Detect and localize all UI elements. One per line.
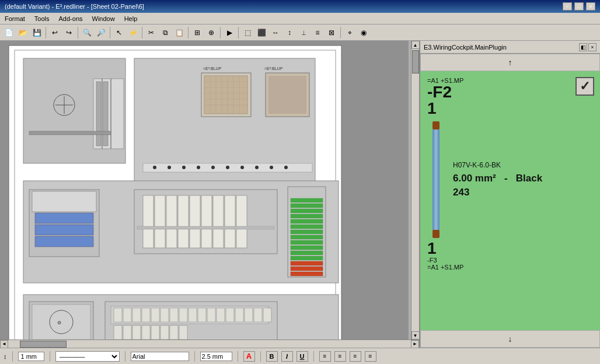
- tool-btn-6[interactable]: ≡: [311, 26, 324, 39]
- hscroll-thumb[interactable]: [20, 341, 67, 348]
- line-style-item: ———— - - - - - ·····: [55, 351, 120, 362]
- line-style-dropdown[interactable]: ———— - - - - - ·····: [55, 351, 120, 362]
- svg-rect-92: [179, 308, 187, 322]
- hscroll-right-button[interactable]: ►: [411, 340, 419, 348]
- svg-rect-58: [213, 195, 224, 248]
- cursor-indicator: ↕: [4, 353, 7, 360]
- panel-header: E3.WiringCockpit.MainPlugin ◧ ×: [420, 41, 600, 54]
- svg-point-38: [226, 166, 229, 169]
- wire-body: [432, 130, 439, 230]
- redo-button[interactable]: ↪: [62, 26, 75, 39]
- grid-button[interactable]: ⊞: [191, 26, 204, 39]
- svg-rect-94: [198, 308, 206, 322]
- wire-location-2: =A1 +S1.MP: [427, 264, 593, 271]
- tool-btn-7[interactable]: ⊠: [325, 26, 338, 39]
- font-name-input[interactable]: [131, 352, 189, 361]
- scroll-down-button[interactable]: ▼: [411, 331, 420, 340]
- select-button[interactable]: ↖: [113, 26, 125, 39]
- menu-format[interactable]: Format: [0, 14, 30, 23]
- scroll-thumb[interactable]: [412, 50, 419, 74]
- wire-ref-2: -F3: [427, 257, 593, 264]
- underline-button[interactable]: U: [296, 351, 308, 362]
- italic-button[interactable]: I: [281, 351, 293, 362]
- undo-button[interactable]: ↩: [48, 26, 61, 39]
- scroll-up-button[interactable]: ▲: [411, 41, 420, 49]
- snap-button[interactable]: ⊕: [205, 26, 218, 39]
- svg-rect-56: [190, 195, 200, 248]
- svg-rect-45: [35, 213, 93, 223]
- menu-addons[interactable]: Add-ons: [54, 14, 88, 23]
- schematic-svg: =E²:BLUP =E²:BLUP: [0, 41, 409, 340]
- svg-rect-85: [114, 308, 122, 322]
- svg-point-35: [182, 166, 186, 169]
- panel-navigate-down-button[interactable]: ↓: [420, 330, 600, 348]
- hscroll-left-button[interactable]: ◄: [0, 340, 8, 348]
- svg-rect-100: [254, 308, 262, 322]
- tool-btn-3[interactable]: ↔: [269, 26, 282, 39]
- svg-rect-88: [142, 308, 150, 322]
- menu-help[interactable]: Help: [120, 14, 142, 23]
- paste-button[interactable]: 📋: [173, 26, 186, 39]
- wire-button[interactable]: ⚡: [127, 26, 139, 39]
- svg-rect-108: [170, 326, 178, 340]
- tool-btn-4[interactable]: ↕: [283, 26, 296, 39]
- align-center-button[interactable]: ≡: [334, 351, 346, 362]
- font-size-item: [200, 352, 232, 361]
- tool-btn-2[interactable]: ⬛: [255, 26, 268, 39]
- zoom-out-button[interactable]: 🔎: [95, 26, 107, 39]
- status-sep-3: [125, 351, 125, 362]
- hscroll-track[interactable]: [8, 340, 411, 348]
- wire-entry-1: =A1 +S1.MP -F2 1: [427, 77, 593, 117]
- scroll-track[interactable]: [411, 49, 419, 331]
- svg-rect-47: [35, 236, 93, 247]
- horizontal-scrollbar[interactable]: ◄ ►: [0, 340, 419, 348]
- tool-btn-9[interactable]: ◉: [357, 26, 370, 39]
- svg-rect-89: [151, 308, 159, 322]
- svg-rect-59: [225, 195, 235, 248]
- svg-rect-74: [291, 256, 323, 260]
- scale-input[interactable]: [18, 352, 44, 361]
- save-button[interactable]: 💾: [30, 26, 43, 39]
- align-left-button[interactable]: ≡: [319, 351, 331, 362]
- align-right-button[interactable]: ≡: [350, 351, 361, 362]
- wire-bottom-cap: [432, 230, 439, 238]
- wire-spec-main: 6.00 mm² - Black: [453, 173, 542, 184]
- bold-button[interactable]: B: [266, 351, 278, 362]
- tool-btn-1[interactable]: ⬚: [241, 26, 254, 39]
- wire-top-cap: [432, 121, 439, 130]
- status-sep-1: [12, 351, 13, 362]
- new-button[interactable]: 📄: [2, 26, 15, 39]
- wire-dash: -: [504, 173, 508, 184]
- tool-btn-8[interactable]: ⌖: [343, 26, 356, 39]
- panel-navigate-up-button[interactable]: ↑: [420, 54, 600, 71]
- toolbar-sep-3: [110, 27, 110, 38]
- run-button[interactable]: ▶: [223, 26, 236, 39]
- svg-rect-54: [166, 195, 177, 248]
- svg-rect-96: [217, 308, 225, 322]
- svg-point-36: [197, 166, 200, 169]
- open-button[interactable]: 📂: [16, 26, 29, 39]
- wire-entry-2: 1 -F3 =A1 +S1.MP: [427, 240, 593, 271]
- font-size-input[interactable]: [200, 352, 232, 361]
- zoom-in-button[interactable]: 🔍: [81, 26, 93, 39]
- svg-rect-93: [189, 308, 197, 322]
- panel-pin-button[interactable]: ◧: [579, 43, 587, 51]
- restore-button[interactable]: □: [574, 2, 584, 10]
- panel-close-button[interactable]: ×: [588, 43, 596, 51]
- wire-size: 6.00 mm²: [453, 173, 496, 184]
- align-justify-button[interactable]: ≡: [365, 351, 376, 362]
- svg-rect-29: [268, 76, 306, 114]
- svg-rect-76: [291, 267, 323, 271]
- menu-window[interactable]: Window: [88, 14, 120, 23]
- minimize-button[interactable]: −: [563, 2, 572, 10]
- wire-checkbox[interactable]: ✓: [575, 77, 594, 96]
- text-color-button[interactable]: A: [243, 351, 255, 362]
- tool-btn-5[interactable]: ⟂: [297, 26, 310, 39]
- copy-button[interactable]: ⧉: [159, 26, 172, 39]
- close-button[interactable]: ×: [586, 2, 595, 10]
- drawing-area[interactable]: =E²:BLUP =E²:BLUP: [0, 41, 411, 340]
- delete-button[interactable]: ✂: [145, 26, 158, 39]
- vertical-scrollbar[interactable]: ▲ ▼: [411, 41, 419, 340]
- svg-text:⚙: ⚙: [57, 320, 61, 326]
- menu-tools[interactable]: Tools: [30, 14, 54, 23]
